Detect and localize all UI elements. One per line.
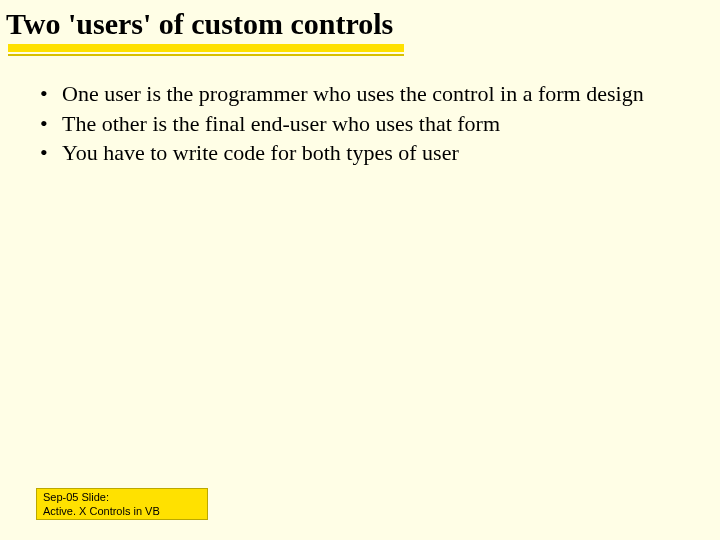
list-item: One user is the programmer who uses the … [36, 80, 690, 108]
footer-line2: Active. X Controls in VB [43, 505, 201, 519]
title-area: Two 'users' of custom controls [0, 2, 405, 52]
slide-title: Two 'users' of custom controls [0, 2, 405, 46]
bullet-list: One user is the programmer who uses the … [36, 80, 690, 167]
body-area: One user is the programmer who uses the … [36, 80, 690, 169]
bullet-text: One user is the programmer who uses the … [62, 81, 644, 106]
title-underline-thin [8, 54, 404, 56]
footer-line1: Sep-05 Slide: [43, 491, 201, 505]
title-underline [8, 44, 404, 52]
list-item: The other is the final end-user who uses… [36, 110, 690, 138]
bullet-text: The other is the final end-user who uses… [62, 111, 500, 136]
bullet-text: You have to write code for both types of… [62, 140, 459, 165]
slide: Two 'users' of custom controls One user … [0, 0, 720, 540]
list-item: You have to write code for both types of… [36, 139, 690, 167]
footer-box: Sep-05 Slide: Active. X Controls in VB [36, 488, 208, 520]
